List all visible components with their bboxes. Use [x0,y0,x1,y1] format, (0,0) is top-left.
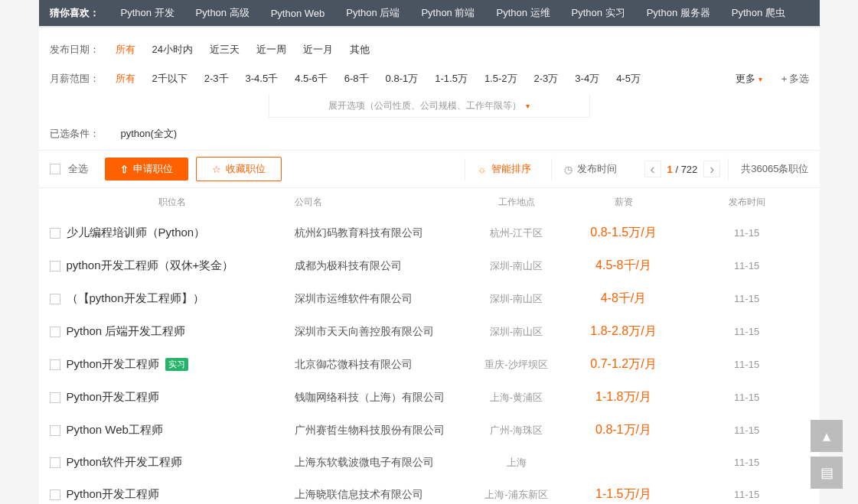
job-row: 少儿编程培训师（Python）杭州幻码教育科技有限公司杭州-江干区0.8-1.5… [39,216,820,249]
job-row: Python软件开发工程师上海东软载波微电子有限公司上海11-15 [39,447,820,478]
filter-option[interactable]: 3-4.5千 [241,70,283,87]
company-link[interactable]: 杭州幻码教育科技有限公司 [295,226,423,239]
select-all-checkbox[interactable] [50,164,60,174]
filter-option[interactable]: 2-3万 [530,70,563,87]
job-list: 少儿编程培训师（Python）杭州幻码教育科技有限公司杭州-江干区0.8-1.5… [39,216,820,504]
upload-icon [120,164,129,175]
salary-multi-button[interactable]: ＋多选 [779,72,809,86]
back-to-top-button[interactable] [811,420,843,452]
job-row: Python Web工程师广州赛哲生物科技股份有限公司广州-海珠区0.8-1万/… [39,414,820,447]
job-title-link[interactable]: python开发工程师（双休+奖金） [67,259,234,273]
recommended-tag[interactable]: Python 高级 [188,6,257,20]
filter-option[interactable]: 近一月 [299,41,338,58]
recommended-tag[interactable]: Python 爬虫 [724,6,793,20]
feedback-button[interactable] [811,457,843,489]
filter-option[interactable]: 2千以下 [148,70,192,87]
recommended-tag[interactable]: Python 服务器 [639,6,718,20]
job-checkbox[interactable] [50,457,60,468]
sort-date[interactable]: 发布时间 [551,158,629,180]
filter-option[interactable]: 2-3千 [200,70,233,87]
job-salary: 4.5-8千/月 [595,259,651,272]
job-checkbox[interactable] [50,359,60,370]
company-link[interactable]: 上海东软载波微电子有限公司 [295,456,434,468]
filter-option[interactable]: 所有 [111,70,140,87]
job-date: 11-15 [734,424,759,436]
recommended-tag[interactable]: Python 开发 [113,6,182,20]
favorite-button[interactable]: 收藏职位 [196,157,282,181]
job-checkbox[interactable] [50,489,60,500]
job-date: 11-15 [734,457,759,468]
job-checkbox[interactable] [50,425,60,436]
filter-option[interactable]: 1.5-2万 [480,70,522,87]
job-title-link[interactable]: Python Web工程师 [67,423,163,437]
company-link[interactable]: 深圳市天天向善控股有限公司 [295,325,434,337]
company-link[interactable]: 上海晓联信息技术有限公司 [295,488,423,500]
job-checkbox[interactable] [50,261,60,272]
col-loc: 工作地点 [471,196,563,209]
job-title-link[interactable]: Python开发工程师 [67,357,160,372]
company-link[interactable]: 广州赛哲生物科技股份有限公司 [295,424,445,436]
job-salary: 0.7-1.2万/月 [590,357,656,370]
job-date: 11-15 [734,326,759,337]
recommended-tag[interactable]: Python 前端 [413,6,482,20]
company-link[interactable]: 钱咖网络科技（上海）有限公司 [295,391,445,403]
filter-option[interactable]: 所有 [111,41,140,58]
job-title-link[interactable]: Python开发工程师 [67,390,160,405]
job-row: Python开发工程师上海晓联信息技术有限公司上海-浦东新区1-1.5万/月11… [39,478,820,504]
job-date: 11-15 [734,489,759,500]
job-location: 重庆-沙坪坝区 [484,359,547,370]
company-link[interactable]: 北京御芯微科技有限公司 [295,358,413,370]
company-link[interactable]: 成都为极科技有限公司 [295,259,402,272]
filter-option[interactable]: 近三天 [205,41,244,58]
pager: 1 / 722 [644,161,721,177]
job-checkbox[interactable] [50,294,60,304]
job-location: 上海-浦东新区 [484,489,547,500]
filter-option[interactable]: 6-8千 [340,70,374,87]
job-salary: 0.8-1.5万/月 [590,226,656,239]
sort-smart[interactable]: 智能排序 [465,158,543,180]
job-title-link[interactable]: Python 后端开发工程师 [67,324,186,339]
expand-filters-button[interactable]: 展开选项（公司性质、公司规模、工作年限等） ▾ [269,95,590,118]
job-date: 11-15 [734,392,759,403]
recommended-label: 猜你喜欢： [50,6,100,20]
selected-label: 已选条件： [50,127,100,141]
filter-salary-label: 月薪范围： [50,72,103,86]
chevron-down-icon: ▾ [758,75,762,83]
filter-option[interactable]: 24小时内 [148,41,197,58]
filter-option[interactable]: 4-5万 [612,70,645,87]
job-title-link[interactable]: Python软件开发工程师 [67,455,183,470]
job-location: 深圳-南山区 [490,293,543,304]
job-location: 广州-海珠区 [490,424,543,436]
job-title-link[interactable]: Python开发工程师 [67,487,160,502]
page-prev-button[interactable] [644,161,661,177]
recommended-tag[interactable]: Python Web [263,8,333,19]
job-title-link[interactable]: （【python开发工程师】） [67,291,204,306]
filter-option[interactable]: 4.5-6千 [290,70,332,87]
salary-more-button[interactable]: 更多▾ [736,72,762,86]
job-checkbox[interactable] [50,228,60,239]
job-title-link[interactable]: 少儿编程培训师（Python） [67,226,206,240]
float-buttons [811,420,843,489]
job-checkbox[interactable] [50,327,60,337]
selected-term: python(全文) [121,127,178,141]
job-checkbox[interactable] [50,392,60,403]
job-salary: 1.8-2.8万/月 [590,324,656,337]
job-location: 深圳-南山区 [490,326,543,337]
recommended-tag[interactable]: Python 实习 [564,6,633,20]
col-company: 公司名 [295,196,471,209]
selected-conditions-row: 已选条件： python(全文) [39,118,820,150]
job-row: Python开发工程师钱咖网络科技（上海）有限公司上海-黄浦区1-1.8万/月1… [39,381,820,414]
filter-option[interactable]: 1-1.5万 [430,70,472,87]
filter-option[interactable]: 其他 [345,41,374,58]
company-link[interactable]: 深圳市运维软件有限公司 [295,292,413,304]
filter-option[interactable]: 0.8-1万 [381,70,423,87]
recommended-tag[interactable]: Python 运维 [488,6,557,20]
job-date: 11-15 [734,227,759,239]
job-row: python开发工程师（双休+奖金）成都为极科技有限公司深圳-南山区4.5-8千… [39,249,820,282]
job-salary: 4-8千/月 [601,291,647,304]
filter-option[interactable]: 近一周 [252,41,291,58]
page-next-button[interactable] [703,161,720,177]
apply-button[interactable]: 申请职位 [105,158,188,180]
filter-option[interactable]: 3-4万 [570,70,604,87]
recommended-tag[interactable]: Python 后端 [338,6,407,20]
